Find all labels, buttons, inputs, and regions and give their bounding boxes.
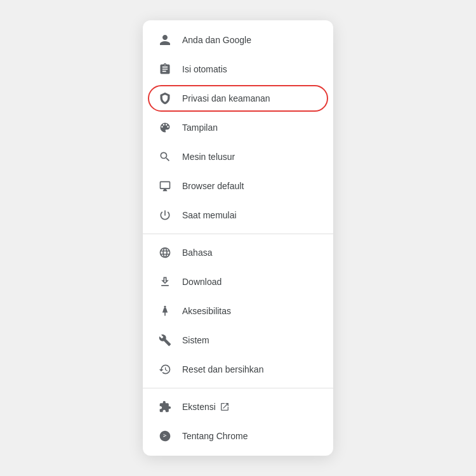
sidebar-item-tentang-chrome[interactable]: Tentang Chrome [143, 421, 333, 451]
sidebar-item-mesin-telusur[interactable]: Mesin telusur [143, 142, 333, 171]
sidebar-item-label: Aksesibilitas [182, 306, 231, 316]
palette-icon [158, 121, 172, 135]
accessibility-icon [158, 304, 172, 318]
sidebar-item-label: Download [182, 277, 221, 287]
chrome-icon [158, 429, 172, 443]
external-link-icon [220, 402, 230, 412]
sidebar-item-bahasa[interactable]: Bahasa [143, 238, 333, 267]
sidebar-item-download[interactable]: Download [143, 267, 333, 296]
divider-2 [143, 388, 333, 388]
shield-icon [158, 91, 172, 105]
settings-menu: Anda dan Google Isi otomatis Privasi dan… [143, 20, 333, 456]
search-icon [158, 150, 172, 164]
sidebar-item-label: Ekstensi [182, 402, 216, 412]
ekstensi-row: Ekstensi [182, 402, 230, 412]
sidebar-item-tampilan[interactable]: Tampilan [143, 113, 333, 142]
sidebar-item-saat-memulai[interactable]: Saat memulai [143, 201, 333, 230]
sidebar-item-sistem[interactable]: Sistem [143, 326, 333, 355]
sidebar-item-anda-dan-google[interactable]: Anda dan Google [143, 25, 333, 55]
sidebar-item-label: Bahasa [182, 248, 212, 258]
monitor-icon [158, 179, 172, 193]
sidebar-item-label: Sistem [182, 335, 209, 345]
sidebar-item-label: Mesin telusur [182, 152, 235, 162]
sidebar-item-browser-default[interactable]: Browser default [143, 171, 333, 201]
puzzle-icon [158, 400, 172, 414]
wrench-icon [158, 333, 172, 347]
sidebar-item-label: Privasi dan keamanan [182, 93, 270, 103]
sidebar-item-label: Saat memulai [182, 210, 237, 220]
sidebar-item-label: Tentang Chrome [182, 431, 248, 441]
sidebar-item-label: Anda dan Google [182, 35, 251, 45]
sidebar-item-label: Reset dan bersihkan [182, 364, 263, 374]
sidebar-item-aksesibilitas[interactable]: Aksesibilitas [143, 296, 333, 326]
power-icon [158, 208, 172, 222]
sidebar-item-reset-dan-bersihkan[interactable]: Reset dan bersihkan [143, 355, 333, 384]
clipboard-icon [158, 62, 172, 76]
sidebar-item-label: Browser default [182, 181, 244, 191]
sidebar-item-label: Tampilan [182, 122, 218, 133]
sidebar-item-privasi-dan-keamanan[interactable]: Privasi dan keamanan [148, 85, 328, 112]
globe-icon [158, 246, 172, 260]
sidebar-item-isi-otomatis[interactable]: Isi otomatis [143, 55, 333, 84]
person-icon [158, 33, 172, 47]
sidebar-item-label: Isi otomatis [182, 64, 227, 74]
download-icon [158, 275, 172, 289]
divider-1 [143, 234, 333, 234]
sidebar-item-ekstensi[interactable]: Ekstensi [143, 392, 333, 421]
history-icon [158, 362, 172, 376]
